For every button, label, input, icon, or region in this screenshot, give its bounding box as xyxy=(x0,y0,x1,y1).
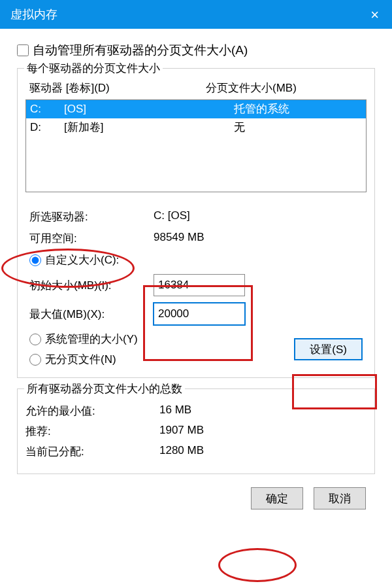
totals-group: 所有驱动器分页文件大小的总数 允许的最小值: 16 MB 推荐: 1907 MB… xyxy=(17,388,375,474)
free-space-row: 可用空间: 98549 MB xyxy=(29,231,363,246)
auto-manage-label: 自动管理所有驱动器的分页文件大小(A) xyxy=(33,42,248,59)
cur-value: 1280 MB xyxy=(159,444,367,459)
custom-size-radio-row[interactable]: 自定义大小(C): xyxy=(29,252,363,267)
rec-value: 1907 MB xyxy=(159,424,367,439)
selected-drive-row: 所选驱动器: C: [OS] xyxy=(29,209,363,224)
drive-row-d[interactable]: D: [新加卷] 无 xyxy=(26,118,366,137)
free-space-value: 98549 MB xyxy=(154,231,363,246)
auto-manage-checkbox-row[interactable]: 自动管理所有驱动器的分页文件大小(A) xyxy=(17,42,375,59)
selected-drive-label: 所选驱动器: xyxy=(29,209,154,224)
group1-legend: 每个驱动器的分页文件大小 xyxy=(24,61,163,76)
no-pagefile-label: 无分页文件(N) xyxy=(45,352,116,367)
drive-c-label: [OS] xyxy=(64,101,234,117)
min-label: 允许的最小值: xyxy=(25,404,159,419)
system-managed-label: 系统管理的大小(Y) xyxy=(45,332,138,347)
cur-label: 当前已分配: xyxy=(25,444,159,459)
drive-c-letter: C: xyxy=(30,101,64,117)
ok-button[interactable]: 确定 xyxy=(251,487,303,509)
custom-size-label: 自定义大小(C): xyxy=(45,252,119,267)
system-managed-radio-row[interactable]: 系统管理的大小(Y) xyxy=(29,332,363,347)
bottom-button-row: 确定 取消 xyxy=(17,485,375,509)
custom-size-radio[interactable] xyxy=(29,254,41,266)
group2-legend: 所有驱动器分页文件大小的总数 xyxy=(24,381,185,396)
rec-row: 推荐: 1907 MB xyxy=(25,424,367,439)
titlebar: 虚拟内存 × xyxy=(0,0,392,29)
min-value: 16 MB xyxy=(159,404,367,419)
cur-row: 当前已分配: 1280 MB xyxy=(25,444,367,459)
initial-size-input[interactable] xyxy=(154,274,245,296)
max-size-label: 最大值(MB)(X): xyxy=(29,307,154,322)
cancel-button[interactable]: 取消 xyxy=(314,487,366,509)
selected-drive-value: C: [OS] xyxy=(154,209,363,224)
drive-d-value: 无 xyxy=(234,120,362,135)
no-pagefile-radio[interactable] xyxy=(29,354,41,366)
close-icon[interactable]: × xyxy=(370,7,379,24)
annotation-ellipse-2 xyxy=(218,548,297,582)
window-title: 虚拟内存 xyxy=(10,7,57,22)
drive-list-header: 驱动器 [卷标](D) 分页文件大小(MB) xyxy=(25,78,367,99)
header-pagefile: 分页文件大小(MB) xyxy=(206,80,363,95)
info-block: 所选驱动器: C: [OS] 可用空间: 98549 MB 自定义大小(C): … xyxy=(25,209,367,360)
max-size-row: 最大值(MB)(X): xyxy=(29,303,363,325)
drive-settings-group: 每个驱动器的分页文件大小 驱动器 [卷标](D) 分页文件大小(MB) C: [… xyxy=(17,68,375,378)
no-pagefile-radio-row[interactable]: 无分页文件(N) xyxy=(29,352,363,367)
system-managed-radio[interactable] xyxy=(29,334,41,345)
initial-size-row: 初始大小(MB)(I): xyxy=(29,274,363,296)
header-drive: 驱动器 [卷标](D) xyxy=(29,80,206,95)
auto-manage-checkbox[interactable] xyxy=(17,44,29,56)
max-size-input[interactable] xyxy=(154,303,245,325)
free-space-label: 可用空间: xyxy=(29,231,154,246)
initial-size-label: 初始大小(MB)(I): xyxy=(29,278,154,293)
content-area: 自动管理所有驱动器的分页文件大小(A) 每个驱动器的分页文件大小 驱动器 [卷标… xyxy=(0,29,392,520)
drive-c-value: 托管的系统 xyxy=(234,101,362,117)
rec-label: 推荐: xyxy=(25,424,159,439)
drive-d-letter: D: xyxy=(30,120,64,135)
drive-d-label: [新加卷] xyxy=(64,120,234,135)
min-row: 允许的最小值: 16 MB xyxy=(25,404,367,419)
drive-list[interactable]: C: [OS] 托管的系统 D: [新加卷] 无 xyxy=(25,99,367,192)
drive-row-c[interactable]: C: [OS] 托管的系统 xyxy=(26,100,366,118)
